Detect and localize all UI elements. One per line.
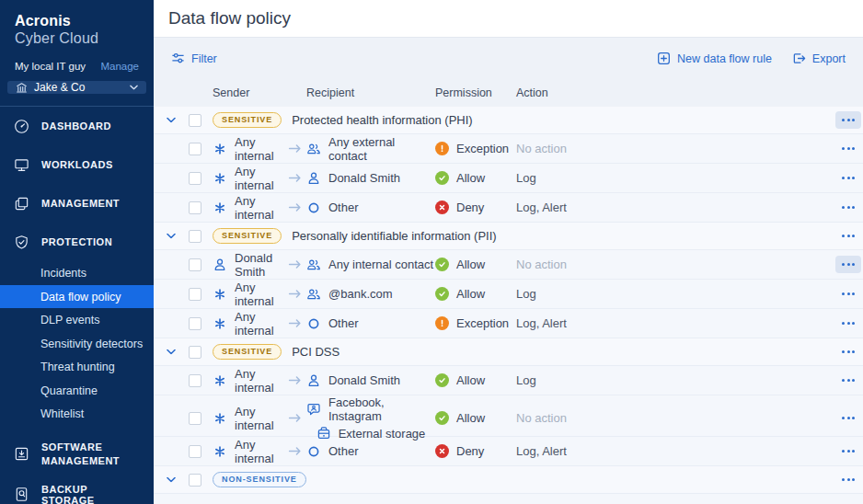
row-menu-button[interactable] [835,471,861,488]
row-menu-button[interactable] [835,372,861,389]
software-box-icon [14,446,29,462]
recipient-label: Donald Smith [328,171,400,185]
exception-icon [435,316,449,330]
table-row[interactable]: Any internal Any external contact Except… [154,134,863,164]
sidebar-item-protection[interactable]: PROTECTION [0,223,154,261]
row-checkbox[interactable] [189,412,201,425]
partner-name: My local IT guy [15,61,86,72]
row-menu-button[interactable] [835,140,861,157]
new-data-flow-rule-button[interactable]: New data flow rule [652,48,777,69]
collapse-chevron-icon[interactable] [167,117,176,123]
group-label: Protected health information (PHI) [292,113,473,127]
group-row-phi[interactable]: SENSITIVE Protected health information (… [154,107,863,134]
gauge-icon [14,119,29,134]
row-menu-button[interactable] [835,285,861,303]
sidebar-item-management[interactable]: MANAGEMENT [0,184,154,223]
backup-drive-icon [14,487,29,502]
action-label: No action [516,142,819,155]
chevron-down-icon [130,85,138,90]
group-checkbox[interactable] [189,474,201,487]
table-row[interactable]: Donald Smith Any internal contact Allow … [154,250,863,280]
sidebar-item-incidents[interactable]: Incidents [0,261,154,285]
storage-icon [316,426,331,441]
filter-button[interactable]: Filter [167,48,222,69]
row-menu-button[interactable] [835,315,861,332]
column-recipient: Recipient [306,86,435,99]
table-row[interactable]: Any internal Donald Smith Allow Log [154,366,863,395]
sidebar-item-threat-hunting[interactable]: Threat hunting [0,355,154,379]
row-checkbox[interactable] [189,445,201,458]
filter-sliders-icon [171,52,185,65]
main-content: Data flow policy Filter New data flow ru… [154,0,863,504]
sidebar-item-backup-storage[interactable]: BACKUP STORAGE [0,475,154,504]
sender-label: Any internal [235,405,282,432]
allow-icon [435,373,449,387]
sidebar-item-whitelist[interactable]: Whitelist [0,402,154,426]
users-icon [306,142,321,156]
user-icon [306,373,321,388]
row-checkbox[interactable] [189,143,201,155]
asterisk-icon [214,202,225,213]
recipient-label: Any internal contact [328,258,433,271]
tenant-name: Jake & Co [34,81,85,94]
sidebar-item-software-management[interactable]: SOFTWARE MANAGEMENT [0,433,154,475]
sender-label: Any internal [235,367,282,395]
export-icon [792,52,806,65]
table-row[interactable]: Any internal Donald Smith Allow Log [154,164,863,193]
export-button[interactable]: Export [788,48,850,69]
recipient-label: Donald Smith [328,373,400,387]
manage-link[interactable]: Manage [100,61,139,72]
group-checkbox[interactable] [189,230,201,243]
row-menu-button[interactable] [835,409,861,427]
row-menu-button[interactable] [835,256,861,273]
group-checkbox[interactable] [189,114,201,127]
deny-icon [435,444,449,458]
sidebar-item-quarantine[interactable]: Quarantine [0,379,154,403]
row-checkbox[interactable] [189,201,201,214]
sidebar-item-data-flow-policy[interactable]: Data flow policy [0,285,154,309]
row-menu-button[interactable] [835,199,861,216]
row-menu-button[interactable] [835,111,861,129]
policy-table: SENSITIVE Protected health information (… [154,107,863,504]
logo-line1: Acronis [15,12,139,29]
table-row[interactable]: Any internal Other Deny Log, Alert [154,437,863,466]
group-row-pci-dss[interactable]: SENSITIVE PCI DSS [154,338,863,366]
table-row[interactable]: Any internal Facebook, Instagram Externa… [154,395,863,437]
sidebar-item-dlp-events[interactable]: DLP events [0,308,154,332]
tenant-selector[interactable]: Jake & Co [7,81,146,94]
action-label: Log [516,171,819,185]
row-checkbox[interactable] [189,258,201,271]
table-row[interactable]: Any internal Other Exception Log, Alert [154,309,863,338]
sidebar-item-workloads[interactable]: WORKLOADS [0,145,154,184]
asterisk-icon [214,446,225,457]
row-menu-button[interactable] [835,343,861,361]
row-checkbox[interactable] [189,172,201,185]
logo-line2: Cyber Cloud [15,29,139,47]
group-label: PCI DSS [292,345,339,359]
sidebar-item-sensitivity-detectors[interactable]: Sensitivity detectors [0,332,154,356]
collapse-chevron-icon[interactable] [167,233,176,239]
protection-submenu: Incidents Data flow policy DLP events Se… [0,261,154,426]
arrow-right-icon [288,413,302,423]
nav-label: MANAGEMENT [41,198,120,209]
collapse-chevron-icon[interactable] [167,349,176,355]
table-row[interactable]: Any internal Other Deny Log, Alert [154,193,863,223]
plus-square-icon [657,52,671,65]
arrow-right-icon [288,143,302,154]
row-checkbox[interactable] [189,374,201,387]
group-checkbox[interactable] [189,346,201,359]
monitor-icon [14,157,29,173]
row-menu-button[interactable] [835,442,861,460]
arrow-right-icon [288,289,302,299]
row-menu-button[interactable] [835,227,861,245]
group-row-pii[interactable]: SENSITIVE Personally identifiable inform… [154,223,863,250]
collapse-chevron-icon[interactable] [167,476,176,483]
nav-label: WORKLOADS [41,159,113,170]
row-checkbox[interactable] [189,317,201,330]
row-menu-button[interactable] [835,169,861,187]
circle-icon [306,444,321,459]
sidebar-item-dashboard[interactable]: DASHBOARD [0,107,154,145]
group-row-non-sensitive[interactable]: NON-SENSITIVE [154,466,863,494]
row-checkbox[interactable] [189,288,201,301]
table-row[interactable]: Any internal @bank.com Allow Log [154,280,863,309]
